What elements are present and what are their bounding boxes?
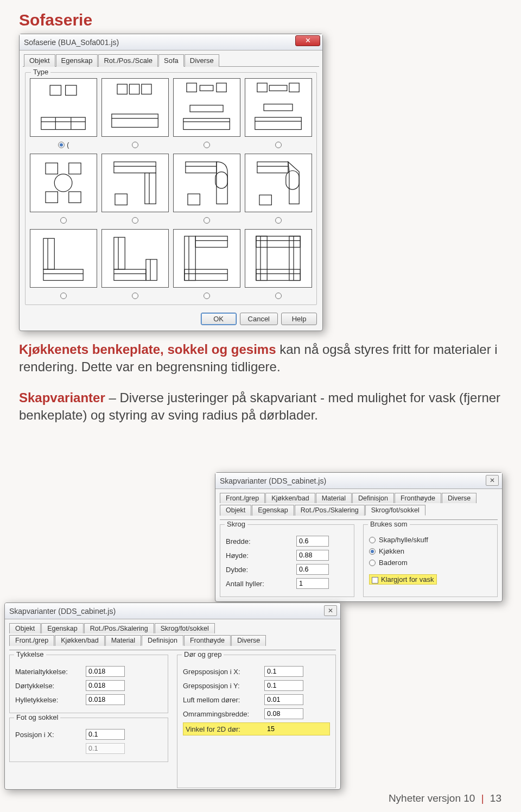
window-title: Skapvarianter (DDS_cabinet.js) <box>220 477 326 485</box>
input-posx[interactable] <box>86 729 125 740</box>
radio-label-kjokken: Kjøkken <box>379 547 404 555</box>
tab-fronthoyde[interactable]: Fronthøyde <box>184 635 231 646</box>
tab-kjokkenbad[interactable]: Kjøkken/bad <box>265 493 315 503</box>
tab-material[interactable]: Material <box>316 493 352 503</box>
tab-front[interactable]: Front./grep <box>9 635 54 646</box>
checkbox-label: Klargjort for vask <box>381 575 434 583</box>
tab-kjokkenbad[interactable]: Kjøkken/bad <box>55 635 104 646</box>
tab-fronthoyde[interactable]: Fronthøyde <box>395 493 441 503</box>
sofa-option-1[interactable] <box>30 78 97 137</box>
svg-rect-18 <box>289 83 299 92</box>
group-skrog: Skrog Bredde: Høyde: Dybde: Antall hylle… <box>220 524 354 597</box>
label-dor: Dørtykkelse: <box>15 682 86 690</box>
input-hylle[interactable] <box>86 694 125 705</box>
input-vinkel[interactable] <box>265 724 304 734</box>
tab-rotposscale[interactable]: Rot./Pos./Scale <box>98 54 158 67</box>
label-vinkel: Vinkel for 2D dør: <box>186 725 265 733</box>
tab-definisjon[interactable]: Definisjon <box>142 635 183 646</box>
titlebar-skap1[interactable]: Skapvarianter (DDS_cabinet.js) ✕ <box>215 473 502 489</box>
svg-rect-40 <box>259 195 271 205</box>
sofa-option-12[interactable] <box>245 229 312 288</box>
close-button[interactable]: ✕ <box>295 35 320 46</box>
radio-1[interactable] <box>58 142 65 148</box>
tab-diverse[interactable]: Diverse <box>231 635 266 646</box>
tab-objekt[interactable]: Objekt <box>9 623 41 633</box>
radio-baderom[interactable] <box>369 560 376 566</box>
radio-4[interactable] <box>275 142 282 148</box>
svg-rect-12 <box>217 83 226 92</box>
tab-rotpos[interactable]: Rot./Pos./Skalering <box>295 505 365 516</box>
tab-egenskap[interactable]: Egenskap <box>56 54 98 67</box>
group-tykkelse: Tykkelse Materialtykkelse: Dørtykkelse: … <box>9 655 168 713</box>
sofa-option-7[interactable] <box>173 154 240 212</box>
tab-skrog[interactable]: Skrog/fot/sokkel <box>155 623 215 633</box>
svg-rect-14 <box>190 105 223 112</box>
radio-10[interactable] <box>132 293 138 299</box>
svg-rect-21 <box>255 117 301 129</box>
tab-diverse2[interactable]: Diverse <box>442 493 476 503</box>
input-bredde[interactable] <box>296 536 329 547</box>
paragraph-skapvar: Skapvarianter – Diverse justeringer på s… <box>19 389 502 424</box>
radio-6[interactable] <box>132 217 138 224</box>
radio-8[interactable] <box>275 217 282 224</box>
input-antall[interactable] <box>296 578 329 589</box>
tab-objekt[interactable]: Objekt <box>220 505 251 516</box>
input-posxb[interactable] <box>86 743 125 754</box>
titlebar[interactable]: Sofaserie (BUA_Sofa001.js) ✕ <box>20 34 322 50</box>
group-dorgrep: Dør og grep Grepsposisjon i X: Grepsposi… <box>177 655 336 788</box>
radio-kjokken[interactable] <box>369 548 376 555</box>
ok-button[interactable]: OK <box>201 313 237 325</box>
radio-7[interactable] <box>204 217 210 224</box>
cancel-button[interactable]: Cancel <box>240 313 278 325</box>
svg-rect-51 <box>196 236 228 247</box>
label-gy: Grepsposisjon i Y: <box>183 682 264 690</box>
tab-diverse[interactable]: Diverse <box>185 54 219 67</box>
tab-egenskap[interactable]: Egenskap <box>252 505 294 516</box>
close-button[interactable]: ✕ <box>486 475 499 486</box>
radio-9[interactable] <box>60 293 67 299</box>
tab-front[interactable]: Front./grep <box>220 493 265 503</box>
input-gx[interactable] <box>264 666 303 677</box>
input-om[interactable] <box>264 708 303 719</box>
window-title: Skapvarianter (DDS_cabinet.js) <box>9 607 116 616</box>
radio-skap[interactable] <box>369 537 376 543</box>
tab-sofa[interactable]: Sofa <box>158 54 184 67</box>
input-dybde[interactable] <box>296 564 329 575</box>
help-button[interactable]: Help <box>281 313 317 325</box>
sofa-option-5[interactable] <box>30 154 97 212</box>
sofa-option-6[interactable] <box>101 154 169 212</box>
sofa-option-3[interactable] <box>173 78 240 137</box>
label-hylle: Hylletykkelse: <box>15 696 86 704</box>
radio-3[interactable] <box>204 142 210 148</box>
tab-skrog[interactable]: Skrog/fot/sokkel <box>365 505 425 516</box>
tab-objekt[interactable]: Objekt <box>24 54 55 67</box>
tab-definisjon[interactable]: Definisjon <box>352 493 394 503</box>
input-dor[interactable] <box>86 680 125 691</box>
sofa-option-4[interactable] <box>245 78 312 137</box>
tab-egenskap[interactable]: Egenskap <box>41 623 84 633</box>
sofa-option-10[interactable] <box>101 229 169 288</box>
highlighted-checkbox[interactable]: Klargjort for vask <box>369 574 437 585</box>
sofa-option-8[interactable] <box>245 154 312 212</box>
close-button[interactable]: ✕ <box>324 605 337 616</box>
titlebar-skap2[interactable]: Skapvarianter (DDS_cabinet.js) ✕ <box>5 603 340 619</box>
radio-11[interactable] <box>204 293 210 299</box>
sofa-option-11[interactable] <box>173 229 240 288</box>
input-hoyde[interactable] <box>296 550 329 561</box>
input-luft[interactable] <box>264 694 303 705</box>
svg-rect-41 <box>43 238 54 269</box>
radio-5[interactable] <box>60 217 67 224</box>
tab-area: Objekt Egenskap Rot./Pos./Skalering Skro… <box>9 623 336 650</box>
group-fotsokkel: Fot og sokkel Posisjon i X: <box>9 718 168 762</box>
svg-rect-55 <box>185 269 227 280</box>
input-mat[interactable] <box>86 666 125 677</box>
tab-rotpos[interactable]: Rot./Pos./Skalering <box>84 623 154 633</box>
svg-rect-1 <box>66 85 77 95</box>
group-legend: Brukes som <box>368 520 410 528</box>
radio-2[interactable] <box>132 142 138 148</box>
input-gy[interactable] <box>264 680 303 691</box>
radio-12[interactable] <box>275 293 282 299</box>
sofa-option-9[interactable] <box>30 229 97 288</box>
tab-material[interactable]: Material <box>105 635 141 646</box>
sofa-option-2[interactable] <box>101 78 169 137</box>
